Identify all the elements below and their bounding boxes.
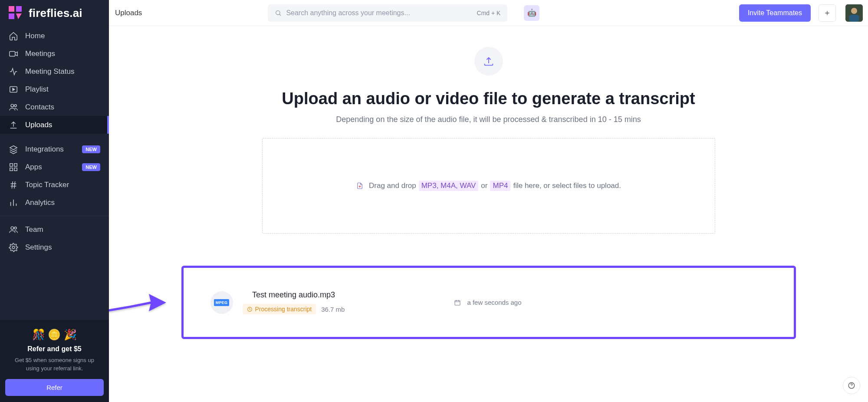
svg-rect-10 xyxy=(10,168,13,170)
svg-rect-8 xyxy=(10,163,13,166)
sidebar-item-label: Topic Tracker xyxy=(25,181,69,189)
sidebar-item-label: Apps xyxy=(25,163,42,171)
sidebar-item-analytics[interactable]: Analytics xyxy=(0,194,109,211)
search-input[interactable] xyxy=(286,9,477,17)
svg-rect-11 xyxy=(14,168,17,170)
sidebar-item-integrations[interactable]: Integrations NEW xyxy=(0,140,109,158)
sidebar-item-team[interactable]: Team xyxy=(0,221,109,238)
invite-teammates-button[interactable]: Invite Teammates xyxy=(739,4,811,22)
sidebar-nav: Home Meetings Meeting Status Playlist Co… xyxy=(0,26,109,256)
svg-point-13 xyxy=(14,227,16,229)
add-button[interactable] xyxy=(819,4,836,22)
file-size: 36.7 mb xyxy=(321,306,345,313)
upload-time-text: a few seconds ago xyxy=(467,299,521,306)
svg-point-7 xyxy=(14,104,16,106)
svg-rect-18 xyxy=(849,15,859,22)
hash-icon xyxy=(9,180,18,190)
upload-hero: Upload an audio or video file to generat… xyxy=(109,26,868,339)
home-icon xyxy=(9,31,18,41)
dropzone[interactable]: Drag and drop MP3, M4A, WAV or MP4 file … xyxy=(262,138,715,234)
refer-panel: 🎊 🪙 🎉 Refer and get $5 Get $5 when someo… xyxy=(0,320,109,402)
svg-point-15 xyxy=(276,10,280,14)
file-info: Test meeting audio.mp3 Processing transc… xyxy=(243,290,345,314)
video-icon xyxy=(9,49,18,59)
dropzone-formats-audio: MP3, M4A, WAV xyxy=(419,181,479,191)
svg-point-14 xyxy=(12,246,15,249)
sidebar-item-meeting-status[interactable]: Meeting Status xyxy=(0,63,109,80)
hero-subtitle: Depending on the size of the audio file,… xyxy=(109,115,868,124)
svg-rect-20 xyxy=(455,300,460,305)
search-box[interactable]: Cmd + K xyxy=(268,4,507,22)
upload-item-card[interactable]: MPEG Test meeting audio.mp3 Processing t… xyxy=(181,266,796,339)
hero-title: Upload an audio or video file to generat… xyxy=(109,89,868,108)
sidebar-item-label: Integrations xyxy=(25,145,64,154)
svg-rect-9 xyxy=(14,163,17,166)
sidebar-item-contacts[interactable]: Contacts xyxy=(0,98,109,116)
processing-status-chip: Processing transcript xyxy=(243,304,316,314)
integrations-icon xyxy=(9,145,18,154)
content: Upload an audio or video file to generat… xyxy=(109,26,868,402)
svg-rect-4 xyxy=(10,51,15,56)
file-meta: Processing transcript 36.7 mb xyxy=(243,304,345,314)
user-avatar[interactable] xyxy=(845,4,863,22)
topbar: Uploads Cmd + K 🤖 Invite Teammates xyxy=(109,0,868,26)
brand-logo[interactable]: fireflies.ai xyxy=(0,0,109,26)
sidebar-item-home[interactable]: Home xyxy=(0,27,109,45)
sidebar: fireflies.ai Home Meetings Meeting Statu… xyxy=(0,0,109,402)
file-type-icon-wrap: MPEG xyxy=(210,291,233,314)
sidebar-item-apps[interactable]: Apps NEW xyxy=(0,158,109,176)
clock-icon xyxy=(247,306,253,312)
sidebar-item-label: Contacts xyxy=(25,103,54,112)
file-type-badge: MPEG xyxy=(214,299,230,306)
contacts-icon xyxy=(9,102,18,112)
dropzone-text-post: file here, or select files to upload. xyxy=(513,181,621,190)
upload-icon xyxy=(9,120,18,130)
apps-icon xyxy=(9,162,18,172)
new-badge: NEW xyxy=(82,145,100,153)
analytics-icon xyxy=(9,198,18,208)
sidebar-item-label: Uploads xyxy=(25,121,52,129)
sidebar-item-uploads[interactable]: Uploads xyxy=(0,116,109,134)
search-icon xyxy=(275,10,282,16)
dropzone-text-pre: Drag and drop xyxy=(369,181,416,190)
document-icon xyxy=(356,181,364,191)
sidebar-item-playlist[interactable]: Playlist xyxy=(0,80,109,98)
sidebar-item-label: Home xyxy=(25,32,45,40)
refer-button[interactable]: Refer xyxy=(5,379,104,396)
page-title: Uploads xyxy=(115,9,142,17)
status-icon xyxy=(9,67,18,76)
sidebar-item-label: Analytics xyxy=(25,198,55,207)
new-badge: NEW xyxy=(82,163,100,171)
bot-button[interactable]: 🤖 xyxy=(524,5,539,21)
svg-rect-1 xyxy=(16,6,22,12)
search-shortcut: Cmd + K xyxy=(477,10,501,16)
help-icon xyxy=(848,382,855,389)
svg-point-12 xyxy=(11,227,13,229)
sidebar-item-meetings[interactable]: Meetings xyxy=(0,45,109,63)
svg-point-17 xyxy=(851,8,857,14)
refer-title: Refer and get $5 xyxy=(5,345,104,353)
upload-time: a few seconds ago xyxy=(454,299,521,306)
dropzone-formats-video: MP4 xyxy=(490,181,510,191)
brand-name: fireflies.ai xyxy=(29,7,82,20)
sidebar-item-label: Meetings xyxy=(25,49,55,58)
svg-rect-2 xyxy=(9,13,14,19)
refer-description: Get $5 when someone signs up using your … xyxy=(5,356,104,373)
upload-large-icon xyxy=(483,55,495,67)
sidebar-item-label: Team xyxy=(25,225,43,234)
sidebar-item-topic-tracker[interactable]: Topic Tracker xyxy=(0,176,109,194)
bot-icon: 🤖 xyxy=(527,8,536,17)
sidebar-item-settings[interactable]: Settings xyxy=(0,238,109,256)
main-area: Uploads Cmd + K 🤖 Invite Teammates xyxy=(109,0,868,402)
settings-icon xyxy=(9,243,18,252)
sidebar-item-label: Playlist xyxy=(25,85,49,94)
sidebar-item-label: Settings xyxy=(25,243,52,252)
dropzone-text-or: or xyxy=(481,181,487,190)
annotation-arrow-icon xyxy=(109,287,166,318)
svg-rect-0 xyxy=(9,6,14,12)
refer-emoji-icon: 🎊 🪙 🎉 xyxy=(5,329,104,341)
sidebar-item-label: Meeting Status xyxy=(25,67,74,76)
help-button[interactable] xyxy=(843,377,860,394)
status-text: Processing transcript xyxy=(255,306,312,313)
file-name: Test meeting audio.mp3 xyxy=(243,290,345,300)
